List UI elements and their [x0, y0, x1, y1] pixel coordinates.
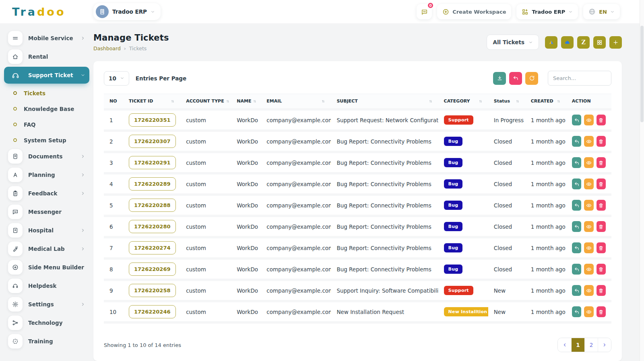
- grid-button[interactable]: [593, 36, 606, 49]
- reply-button[interactable]: [572, 157, 581, 168]
- column-header-email[interactable]: EMAIL: [261, 94, 331, 111]
- onedrive-button[interactable]: [561, 36, 574, 49]
- cell-email: company@example.com: [261, 260, 331, 281]
- plus-button[interactable]: [609, 36, 622, 49]
- ticket-id-pill[interactable]: 1726220289: [129, 177, 175, 191]
- ticket-id-pill[interactable]: 1726220280: [129, 220, 175, 233]
- reply-button[interactable]: [572, 178, 581, 189]
- ticket-id-pill[interactable]: 1726220258: [129, 284, 175, 297]
- sidebar-item-documents[interactable]: Documents: [4, 148, 89, 165]
- ticket-id-pill[interactable]: 1726220291: [129, 156, 175, 169]
- pagination-page-2[interactable]: 2: [584, 338, 598, 352]
- search-input[interactable]: [548, 71, 611, 86]
- column-header-name[interactable]: NAME: [231, 94, 261, 111]
- ticket-id-pill[interactable]: 1726220351: [129, 113, 175, 127]
- reply-button[interactable]: [572, 115, 581, 125]
- workspace-pill[interactable]: Tradoo ERP: [93, 3, 161, 20]
- sidebar-item-settings[interactable]: Settings: [4, 296, 89, 313]
- scrollbar-thumb[interactable]: [640, 26, 644, 122]
- sidebar-item-mobile-service[interactable]: Mobile Service: [4, 30, 89, 47]
- pagination-prev[interactable]: [558, 338, 571, 352]
- page-scrollbar[interactable]: [640, 0, 644, 361]
- column-header-subject[interactable]: SUBJECT: [331, 94, 438, 111]
- reply-button[interactable]: [572, 200, 581, 211]
- column-header-created[interactable]: CREATED: [525, 94, 566, 111]
- delete-button[interactable]: [597, 200, 606, 211]
- sidebar-item-messenger[interactable]: Messenger: [4, 203, 89, 220]
- sidebar-subitem-tickets[interactable]: Tickets: [4, 85, 89, 101]
- zendesk-button[interactable]: Z: [577, 36, 590, 49]
- sort-icon[interactable]: [557, 99, 561, 103]
- entries-per-page-select[interactable]: 10: [104, 71, 129, 86]
- ticket-id-pill[interactable]: 1726220288: [129, 199, 175, 212]
- sidebar-subitem-knowledge-base[interactable]: Knowledge Base: [4, 101, 89, 117]
- reply-button[interactable]: [572, 136, 581, 147]
- sidebar-item-rental[interactable]: Rental: [4, 48, 89, 65]
- view-button[interactable]: [584, 264, 593, 275]
- delete-button[interactable]: [597, 264, 606, 275]
- pagination-next[interactable]: [598, 338, 611, 352]
- brand-logo[interactable]: Tradoo: [0, 6, 93, 18]
- ticket-id-pill[interactable]: 1726220274: [129, 241, 175, 254]
- sidebar-item-training[interactable]: Training: [4, 333, 89, 350]
- reply-button[interactable]: [572, 242, 581, 253]
- view-button[interactable]: [584, 136, 593, 147]
- eye-icon: [586, 309, 592, 315]
- sidebar-subitem-faq[interactable]: FAQ: [4, 117, 89, 132]
- undo-button[interactable]: [509, 72, 522, 85]
- column-header-ticket-id[interactable]: TICKET ID: [123, 94, 180, 111]
- sort-icon[interactable]: [171, 99, 175, 103]
- column-header-category[interactable]: CATEGORY: [438, 94, 488, 111]
- sidebar-item-technology[interactable]: Technology: [4, 314, 89, 331]
- sidebar-item-helpdesk[interactable]: Helpdesk: [4, 277, 89, 294]
- reply-button[interactable]: [572, 264, 581, 275]
- breadcrumb-dashboard[interactable]: Dashboard: [93, 45, 121, 51]
- delete-button[interactable]: [597, 157, 606, 168]
- ticket-id-pill[interactable]: 1726220246: [129, 305, 175, 318]
- sidebar-item-side-menu-builder[interactable]: Side Menu Builder: [4, 259, 89, 276]
- delete-button[interactable]: [597, 178, 606, 189]
- sort-icon[interactable]: [429, 99, 433, 103]
- refresh-button[interactable]: [525, 72, 538, 85]
- reply-button[interactable]: [572, 221, 581, 232]
- sidebar-item-feedback[interactable]: Feedback: [4, 185, 89, 202]
- google-drive-button[interactable]: [545, 36, 557, 49]
- view-button[interactable]: [584, 200, 593, 211]
- reply-button[interactable]: [572, 306, 581, 317]
- delete-button[interactable]: [597, 115, 606, 125]
- ticket-id-pill[interactable]: 1726220307: [129, 135, 175, 148]
- sort-icon[interactable]: [321, 99, 325, 103]
- sort-icon[interactable]: [516, 99, 520, 103]
- view-button[interactable]: [584, 115, 593, 125]
- view-button[interactable]: [584, 221, 593, 232]
- sidebar-item-planning[interactable]: Planning: [4, 166, 89, 183]
- delete-button[interactable]: [597, 136, 606, 147]
- delete-button[interactable]: [597, 221, 606, 232]
- ticket-filter-dropdown[interactable]: All Tickets: [487, 35, 539, 50]
- sort-icon[interactable]: [479, 99, 483, 103]
- download-button[interactable]: [493, 72, 506, 85]
- view-button[interactable]: [584, 285, 593, 296]
- column-header-status[interactable]: Status: [488, 94, 525, 111]
- create-workspace-button[interactable]: Create Workspace: [437, 4, 511, 19]
- view-button[interactable]: [584, 242, 593, 253]
- delete-button[interactable]: [597, 285, 606, 296]
- messages-button[interactable]: 0: [417, 4, 432, 19]
- language-selector[interactable]: EN: [583, 4, 620, 19]
- ticket-id-pill[interactable]: 1726220269: [129, 263, 175, 276]
- column-header-account-type[interactable]: ACCOUNT TYPE: [180, 94, 231, 111]
- sidebar-item-hospital[interactable]: Hospital: [4, 222, 89, 239]
- delete-button[interactable]: [597, 242, 606, 253]
- sidebar-subitem-system-setup[interactable]: System Setup: [4, 132, 89, 148]
- pagination-page-1[interactable]: 1: [571, 338, 584, 352]
- view-button[interactable]: [584, 157, 593, 168]
- sort-icon[interactable]: [226, 99, 230, 103]
- sidebar-item-support-ticket[interactable]: Support Ticket: [4, 67, 89, 84]
- view-button[interactable]: [584, 306, 593, 317]
- reply-button[interactable]: [572, 285, 581, 296]
- sidebar-item-medical-lab[interactable]: Medical Lab: [4, 240, 89, 257]
- view-button[interactable]: [584, 178, 593, 189]
- sort-icon[interactable]: [253, 99, 257, 103]
- delete-button[interactable]: [597, 306, 606, 317]
- workspace-switcher-button[interactable]: Tradoo ERP: [516, 4, 578, 19]
